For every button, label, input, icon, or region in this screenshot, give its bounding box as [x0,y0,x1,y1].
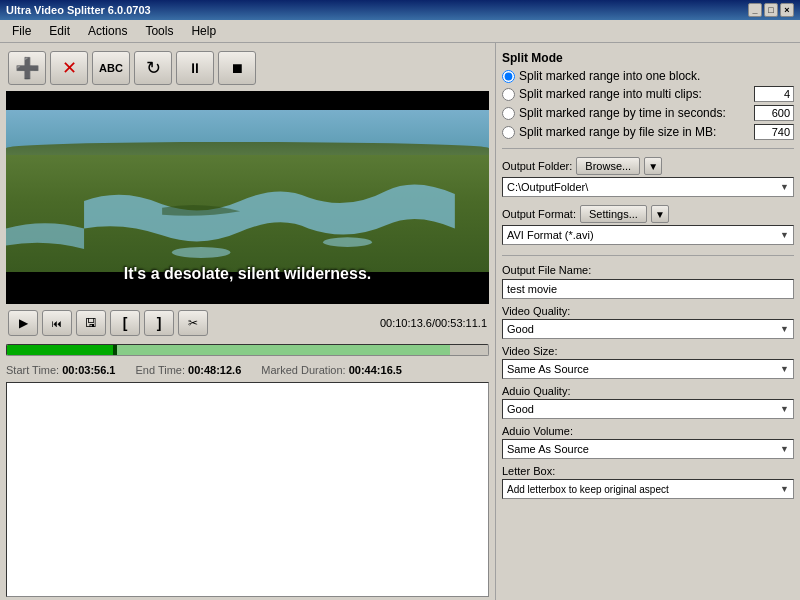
duration-group: Marked Duration: 00:44:16.5 [261,364,402,376]
settings-button[interactable]: Settings... [580,205,647,223]
close-button[interactable]: × [780,3,794,17]
video-size-select[interactable]: Same As Source ▼ [502,359,794,379]
divider-1 [502,148,794,149]
menu-tools[interactable]: Tools [137,22,181,40]
video-size-label: Video Size: [502,345,794,357]
folder-dropdown-btn[interactable]: ▼ [644,157,662,175]
split-mode-radio-2[interactable] [502,107,515,120]
video-quality-section: Video Quality: Good ▼ [502,305,794,339]
right-panel: Split Mode Split marked range into one b… [495,43,800,600]
audio-quality-select[interactable]: Good ▼ [502,399,794,419]
left-panel: ➕ ✕ ABC ↻ ⏸ ⏹ [0,43,495,600]
timeline-marked [113,345,450,355]
mark-in-button[interactable]: [ [110,310,140,336]
audio-volume-section: Aduio Volume: Same As Source ▼ [502,425,794,459]
video-quality-label: Video Quality: [502,305,794,317]
output-format-combo: AVI Format (*.avi) ▼ [502,225,794,245]
audio-quality-section: Aduio Quality: Good ▼ [502,385,794,419]
start-time-group: Start Time: 00:03:56.1 [6,364,115,376]
letter-box-arrow: ▼ [780,484,789,494]
cut-button[interactable]: ✂ [178,310,208,336]
video-quality-select[interactable]: Good ▼ [502,319,794,339]
title-bar: Ultra Video Splitter 6.0.0703 _ □ × [0,0,800,20]
svg-point-0 [172,247,231,258]
output-folder-row: Output Folder: Browse... ▼ [502,157,794,175]
letter-box-section: Letter Box: Add letterbox to keep origin… [502,465,794,499]
split-mode-options: Split marked range into one block. Split… [502,69,794,140]
output-folder-value[interactable]: C:\OutputFolder\ ▼ [502,177,794,197]
menu-bar: File Edit Actions Tools Help [0,20,800,43]
cancel-button[interactable]: ✕ [50,51,88,85]
play-button[interactable]: ▶ [8,310,38,336]
start-time-label: Start Time: [6,364,59,376]
output-filename-label: Output File Name: [502,264,794,276]
format-combo-arrow: ▼ [780,230,789,240]
split-mode-radio-3[interactable] [502,126,515,139]
split-mode-option-1: Split marked range into multi clips: [502,86,794,102]
format-dropdown-btn[interactable]: ▼ [651,205,669,223]
menu-edit[interactable]: Edit [41,22,78,40]
letter-box-label: Letter Box: [502,465,794,477]
audio-quality-label: Aduio Quality: [502,385,794,397]
output-format-section: Output Format: Settings... ▼ AVI Format … [502,205,794,247]
split-mode-radio-0[interactable] [502,70,515,83]
video-player: It's a desolate, silent wilderness. [6,91,489,304]
abc-button[interactable]: ABC [92,51,130,85]
mark-out-button[interactable]: ] [144,310,174,336]
letter-box-select[interactable]: Add letterbox to keep original aspect ▼ [502,479,794,499]
output-format-label: Output Format: [502,208,576,220]
end-time-value: 00:48:12.6 [188,364,241,376]
menu-file[interactable]: File [4,22,39,40]
timeline-played [7,345,113,355]
pause-button[interactable]: ⏸ [176,51,214,85]
timeline[interactable] [6,344,489,356]
split-mode-title: Split Mode [502,51,794,65]
timeline-thumb[interactable] [113,344,117,356]
audio-volume-arrow: ▼ [780,444,789,454]
end-time-label: End Time: [135,364,185,376]
split-mode-radio-1[interactable] [502,88,515,101]
browse-button[interactable]: Browse... [576,157,640,175]
divider-2 [502,255,794,256]
split-mode-section: Split Mode Split marked range into one b… [502,51,794,140]
app-title: Ultra Video Splitter 6.0.0703 [6,4,151,16]
output-format-value[interactable]: AVI Format (*.avi) ▼ [502,225,794,245]
menu-actions[interactable]: Actions [80,22,135,40]
refresh-button[interactable]: ↻ [134,51,172,85]
folder-combo-arrow: ▼ [780,182,789,192]
audio-quality-arrow: ▼ [780,404,789,414]
start-time-value: 00:03:56.1 [62,364,115,376]
video-frame: It's a desolate, silent wilderness. [6,91,489,304]
menu-help[interactable]: Help [183,22,224,40]
save-frame-button[interactable]: 🖫 [76,310,106,336]
add-button[interactable]: ➕ [8,51,46,85]
minimize-button[interactable]: _ [748,3,762,17]
audio-volume-select[interactable]: Same As Source ▼ [502,439,794,459]
svg-point-1 [323,237,372,247]
stop-button[interactable]: ⏹ [218,51,256,85]
split-mode-label-0: Split marked range into one block. [519,69,700,83]
timeline-container [6,342,489,358]
duration-value: 00:44:16.5 [349,364,402,376]
title-bar-buttons: _ □ × [748,3,794,17]
split-mode-value-2[interactable] [754,105,794,121]
split-mode-label-2: Split marked range by time in seconds: [519,106,726,120]
split-mode-value-1[interactable] [754,86,794,102]
output-filename-input[interactable] [502,279,794,299]
toolbar: ➕ ✕ ABC ↻ ⏸ ⏹ [6,49,489,87]
split-mode-value-3[interactable] [754,124,794,140]
output-folder-label: Output Folder: [502,160,572,172]
maximize-button[interactable]: □ [764,3,778,17]
log-area [6,382,489,597]
split-mode-option-2: Split marked range by time in seconds: [502,105,794,121]
output-folder-section: Output Folder: Browse... ▼ C:\OutputFold… [502,157,794,199]
output-folder-combo: C:\OutputFolder\ ▼ [502,177,794,197]
frame-back-button[interactable]: ⏮ [42,310,72,336]
time-info: Start Time: 00:03:56.1 End Time: 00:48:1… [6,362,489,378]
split-mode-option-0: Split marked range into one block. [502,69,794,83]
output-filename-section: Output File Name: [502,264,794,299]
playback-controls: ▶ ⏮ 🖫 [ ] ✂ 00:10:13.6/00:53:11.1 [6,308,489,338]
time-display: 00:10:13.6/00:53:11.1 [380,317,487,329]
split-mode-label-1: Split marked range into multi clips: [519,87,702,101]
duration-label: Marked Duration: [261,364,345,376]
